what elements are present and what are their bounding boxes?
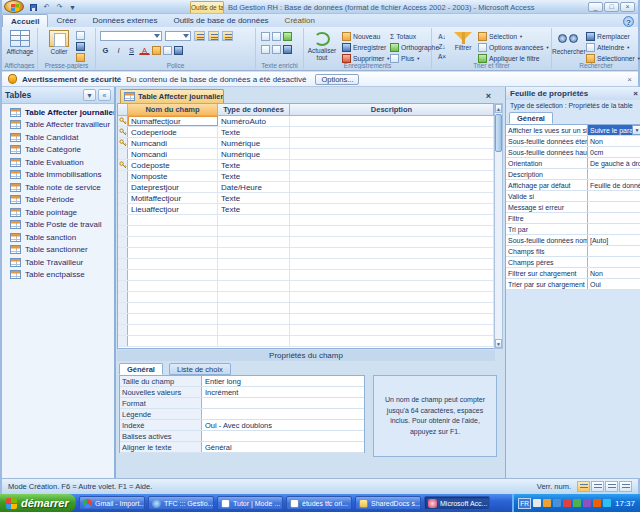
field-name-cell[interactable]	[128, 226, 218, 236]
row-selector[interactable]	[118, 281, 128, 291]
data-type-cell[interactable]	[218, 215, 290, 225]
description-cell[interactable]	[290, 160, 494, 170]
description-cell[interactable]	[290, 325, 494, 335]
replace-button[interactable]: Remplacer	[586, 31, 640, 42]
office-button[interactable]	[4, 0, 24, 13]
table-property-value[interactable]: 0cm	[588, 147, 640, 157]
data-type-cell[interactable]	[218, 226, 290, 236]
description-cell[interactable]	[290, 182, 494, 192]
format-painter-icon[interactable]	[76, 53, 85, 62]
data-type-cell[interactable]: Numérique	[218, 138, 290, 148]
property-dropdown-icon[interactable]: ▼	[632, 125, 640, 135]
selection-button[interactable]: Sélection▼	[478, 31, 550, 42]
data-type-cell[interactable]	[218, 270, 290, 280]
row-selector[interactable]	[118, 149, 128, 159]
refresh-all-button[interactable]: Actualiser tout	[305, 30, 339, 61]
table-property-value[interactable]	[588, 246, 640, 256]
taskbar-button[interactable]: SharedDocs s...	[355, 496, 421, 510]
row-selector[interactable]	[118, 248, 128, 258]
help-button[interactable]: ?	[623, 16, 634, 27]
data-type-cell[interactable]	[218, 281, 290, 291]
tray-icon-1[interactable]	[533, 499, 541, 507]
font-color-button[interactable]: A	[139, 45, 150, 55]
field-name-cell[interactable]	[128, 281, 218, 291]
row-selector[interactable]	[118, 193, 128, 203]
numbered-list-icon[interactable]	[261, 45, 270, 54]
column-header-description[interactable]: Description	[290, 104, 494, 115]
nav-table-item[interactable]: Table Evaluation	[2, 156, 114, 169]
table-property-value[interactable]: Oui	[588, 279, 640, 289]
row-selector[interactable]	[118, 171, 128, 181]
property-sheet-header[interactable]: Feuille de propriétés ×	[506, 87, 640, 100]
field-name-cell[interactable]	[128, 336, 218, 346]
nav-table-item[interactable]: Table sanctionner	[2, 244, 114, 257]
description-cell[interactable]	[290, 248, 494, 258]
row-selector[interactable]	[118, 325, 128, 335]
data-type-cell[interactable]: Numérique	[218, 149, 290, 159]
field-name-cell[interactable]: Motifaffectjour	[128, 193, 218, 203]
table-property-value[interactable]: De gauche à droite	[588, 158, 640, 168]
property-sheet-tab-general[interactable]: Général	[509, 112, 553, 124]
undo-button[interactable]: ↶	[41, 2, 52, 12]
goto-button[interactable]: Atteindre▼	[586, 42, 640, 53]
description-cell[interactable]	[290, 314, 494, 324]
data-type-cell[interactable]: NuméroAuto	[218, 116, 290, 126]
document-tab[interactable]: Table Affecter journalier	[120, 89, 224, 103]
sort-descending-button[interactable]: Z↓	[434, 41, 450, 51]
table-property-value[interactable]	[588, 224, 640, 234]
row-selector[interactable]	[118, 314, 128, 324]
increase-indent-icon[interactable]	[272, 32, 281, 41]
nav-table-item[interactable]: Table Affecter travailleur	[2, 119, 114, 132]
message-bar-close-icon[interactable]: ×	[627, 75, 632, 84]
field-property-value[interactable]	[202, 398, 364, 408]
filter-button[interactable]: Filtrer	[450, 30, 476, 51]
close-button[interactable]: ×	[620, 2, 635, 12]
nav-table-item[interactable]: Table Période	[2, 194, 114, 207]
taskbar-button[interactable]: Microsoft Acc...	[424, 496, 490, 510]
row-selector[interactable]	[118, 303, 128, 313]
description-cell[interactable]	[290, 116, 494, 126]
grid-vertical-scrollbar[interactable]: ▲ ▼	[494, 103, 503, 349]
navigation-pane-header[interactable]: Tables ▼ «	[2, 87, 114, 104]
row-selector[interactable]	[118, 215, 128, 225]
description-cell[interactable]	[290, 281, 494, 291]
field-property-value[interactable]: Oui - Avec doublons	[202, 420, 364, 430]
field-name-cell[interactable]	[128, 237, 218, 247]
pivotchart-view-button[interactable]	[605, 481, 618, 492]
field-property-value[interactable]: Général	[202, 442, 364, 452]
pivottable-view-button[interactable]	[591, 481, 604, 492]
row-selector[interactable]	[118, 204, 128, 214]
qat-customize-button[interactable]: ▼	[67, 2, 78, 12]
tray-icon-2[interactable]	[543, 499, 551, 507]
field-property-value[interactable]: Incrément	[202, 387, 364, 397]
datasheet-view-button[interactable]	[577, 481, 590, 492]
field-name-cell[interactable]: Dateprestjour	[128, 182, 218, 192]
table-property-value[interactable]	[588, 257, 640, 267]
underline-button[interactable]: S	[126, 45, 137, 55]
description-cell[interactable]	[290, 204, 494, 214]
property-sheet-close-icon[interactable]: ×	[633, 89, 638, 98]
ribbon-tab-cr-er[interactable]: Créer	[48, 14, 84, 27]
table-property-value[interactable]	[588, 213, 640, 223]
advanced-options-button[interactable]: Options avancées▼	[478, 42, 550, 53]
fill-color-icon[interactable]	[152, 46, 161, 55]
table-property-value[interactable]: Feuille de données	[588, 180, 640, 190]
language-indicator[interactable]: FR	[518, 498, 531, 509]
text-highlight-icon[interactable]	[283, 45, 292, 54]
sort-ascending-button[interactable]: A↓	[434, 31, 450, 41]
save-record-button[interactable]: Enregistrer	[342, 42, 390, 53]
field-name-cell[interactable]	[128, 292, 218, 302]
document-close-icon[interactable]: ×	[486, 91, 491, 101]
taskbar-button[interactable]: Tutor | Mode ...	[217, 496, 283, 510]
table-property-value[interactable]	[588, 169, 640, 179]
column-header-field-name[interactable]: Nom du champ	[128, 104, 218, 115]
nav-table-item[interactable]: Table Travailleur	[2, 256, 114, 269]
data-type-cell[interactable]	[218, 314, 290, 324]
paste-button[interactable]: Coller	[44, 30, 74, 55]
nav-menu-dropdown-icon[interactable]: ▼	[83, 89, 96, 101]
table-property-value[interactable]: Suivre le paramè▼	[588, 125, 640, 135]
tab-general[interactable]: Général	[119, 363, 163, 375]
italic-button[interactable]: I	[113, 45, 124, 55]
nav-table-item[interactable]: Table Candidat	[2, 131, 114, 144]
description-cell[interactable]	[290, 270, 494, 280]
